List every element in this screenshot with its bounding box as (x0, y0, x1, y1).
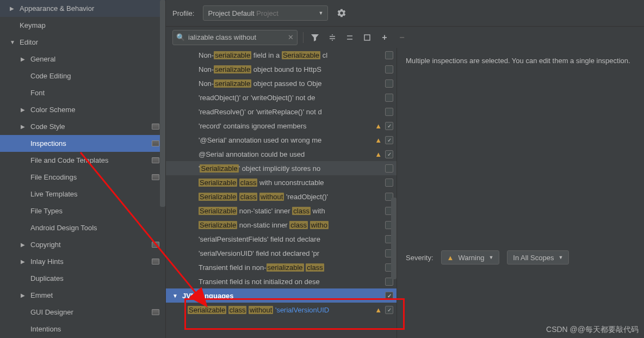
remove-icon[interactable]: − (396, 32, 408, 44)
inspection-scrollbar[interactable] (391, 198, 397, 279)
checkbox[interactable] (385, 65, 393, 73)
checkbox[interactable] (385, 179, 393, 187)
warning-icon: ▲ (375, 136, 382, 144)
tree-item[interactable]: GUI Designer (0, 304, 165, 321)
scope-dropdown[interactable]: In All Scopes ▼ (507, 250, 569, 265)
chevron-down-icon: ▼ (319, 10, 324, 16)
tree-item[interactable]: File and Code Templates (0, 152, 165, 169)
tree-label: Emmet (30, 291, 150, 299)
tree-item[interactable]: File Encodings (0, 169, 165, 186)
tree-item[interactable]: ▶General (0, 51, 165, 67)
tree-item[interactable]: Inspections (0, 135, 165, 152)
tree-label: Code Style (30, 122, 150, 131)
chevron-icon: ▶ (21, 56, 27, 62)
reset-icon[interactable] (361, 32, 373, 44)
inspection-row[interactable]: Serializable class with unconstructable (166, 175, 397, 189)
filter-icon[interactable] (309, 32, 321, 44)
chevron-icon: ▶ (21, 124, 27, 130)
checkbox[interactable] (385, 164, 393, 173)
chevron-icon: ▶ (21, 259, 27, 265)
inspection-row[interactable]: Non-serializable object bound to HttpS (166, 62, 397, 76)
inspection-row[interactable]: @Serial annotation could be used▲ (166, 147, 397, 161)
sidebar-scrollbar[interactable] (160, 0, 165, 207)
warning-icon: ▲ (447, 254, 454, 262)
inspection-list[interactable]: Non-serializable field in a Serializable… (166, 48, 397, 338)
profile-bar: Profile: Project Default Project ▼ (166, 0, 644, 26)
tree-item[interactable]: File Types (0, 202, 165, 219)
inspection-row[interactable]: 'readObject()' or 'writeObject()' not de (166, 90, 397, 105)
tree-item[interactable]: ▶Copyright (0, 236, 165, 253)
scope-icon (152, 140, 159, 146)
severity-dropdown[interactable]: ▲ Warning ▼ (441, 250, 500, 265)
tree-label: Intentions (30, 325, 150, 333)
scope-icon (152, 157, 159, 163)
inspection-row[interactable]: Transient field is not initialized on de… (166, 274, 397, 288)
warning-icon: ▲ (375, 122, 382, 130)
tree-item[interactable]: ▶Code Style (0, 118, 165, 135)
chevron-down-icon: ▼ (488, 255, 493, 260)
inspection-row[interactable]: Serializable non-static inner class with… (166, 218, 397, 232)
checkbox[interactable] (385, 292, 393, 300)
checkbox[interactable] (385, 136, 393, 144)
checkbox[interactable] (385, 306, 393, 314)
inspection-row[interactable]: '@Serial' annotation used on wrong me▲ (166, 133, 397, 147)
separator (303, 32, 304, 43)
inspection-row[interactable]: 'serialVersionUID' field not declared 'p… (166, 246, 397, 260)
tree-label: Keymap (20, 21, 150, 29)
inspection-row[interactable]: 'readResolve()' or 'writeReplace()' not … (166, 105, 397, 119)
chevron-icon: ▶ (21, 242, 27, 248)
tree-item[interactable]: Intentions (0, 321, 165, 337)
checkbox[interactable] (385, 122, 393, 130)
clear-icon[interactable]: ✕ (288, 33, 294, 41)
tree-item[interactable]: ▶Emmet (0, 287, 165, 304)
scope-icon (152, 174, 159, 180)
tree-item[interactable]: Keymap (0, 17, 165, 34)
inspection-row[interactable]: Serializable non-'static' inner class wi… (166, 204, 397, 218)
tree-label: General (30, 55, 150, 63)
tree-item[interactable]: Live Templates (0, 186, 165, 202)
scope-icon (152, 124, 159, 130)
checkbox[interactable] (385, 51, 393, 59)
search-input[interactable]: 🔍 ✕ (172, 30, 298, 45)
chevron-icon: ▶ (10, 5, 16, 11)
tree-item[interactable]: ▶Inlay Hints (0, 253, 165, 270)
tree-label: File and Code Templates (30, 156, 150, 164)
severity-label: Severity: (406, 254, 434, 262)
scope-icon (152, 259, 159, 265)
add-icon[interactable]: + (379, 32, 391, 44)
inspection-row[interactable]: Transient field in non-serializable clas… (166, 260, 397, 274)
tree-label: Code Editing (30, 72, 150, 80)
settings-tree[interactable]: ▶Appearance & BehaviorKeymap▼Editor▶Gene… (0, 0, 166, 338)
checkbox[interactable] (385, 150, 393, 158)
details-panel: Multiple inspections are selected. You c… (397, 48, 644, 338)
checkbox[interactable] (385, 94, 393, 102)
svg-rect-0 (364, 35, 370, 40)
inspection-row[interactable]: 'Serializable' object implicitly stores … (166, 161, 397, 175)
profile-dropdown[interactable]: Project Default Project ▼ (203, 5, 328, 21)
inspection-row[interactable]: Non-serializable object passed to Obje (166, 76, 397, 90)
inspection-row[interactable]: Serializable class without 'serialVersio… (166, 303, 397, 317)
inspection-row[interactable]: 'serialPersistentFields' field not decla… (166, 232, 397, 246)
tree-item[interactable]: ▶Color Scheme (0, 101, 165, 118)
tree-item[interactable]: Duplicates (0, 270, 165, 287)
chevron-down-icon: ▼ (172, 293, 178, 299)
tree-item[interactable]: ▼Editor (0, 34, 165, 51)
inspection-row[interactable]: Non-serializable field in a Serializable… (166, 48, 397, 62)
checkbox[interactable] (385, 79, 393, 88)
main-panel: Profile: Project Default Project ▼ 🔍 ✕ +… (166, 0, 644, 338)
tree-label: File Encodings (30, 173, 150, 181)
inspection-row[interactable]: 'record' contains ignored members▲ (166, 119, 397, 133)
collapse-all-icon[interactable] (344, 32, 356, 44)
tree-item[interactable]: Android Design Tools (0, 219, 165, 236)
tree-item[interactable]: Code Editing (0, 67, 165, 84)
inspection-category[interactable]: ▼JVM languages (166, 288, 397, 303)
expand-all-icon[interactable] (326, 32, 338, 44)
chevron-icon: ▶ (21, 292, 27, 298)
checkbox[interactable] (385, 108, 393, 116)
tree-item[interactable]: Font (0, 84, 165, 101)
gear-icon[interactable] (337, 8, 346, 18)
tree-label: Inlay Hints (30, 257, 150, 266)
inspection-toolbar: 🔍 ✕ + − (166, 26, 644, 48)
inspection-row[interactable]: Serializable class without 'readObject()… (166, 189, 397, 204)
tree-item[interactable]: ▶Appearance & Behavior (0, 0, 165, 17)
